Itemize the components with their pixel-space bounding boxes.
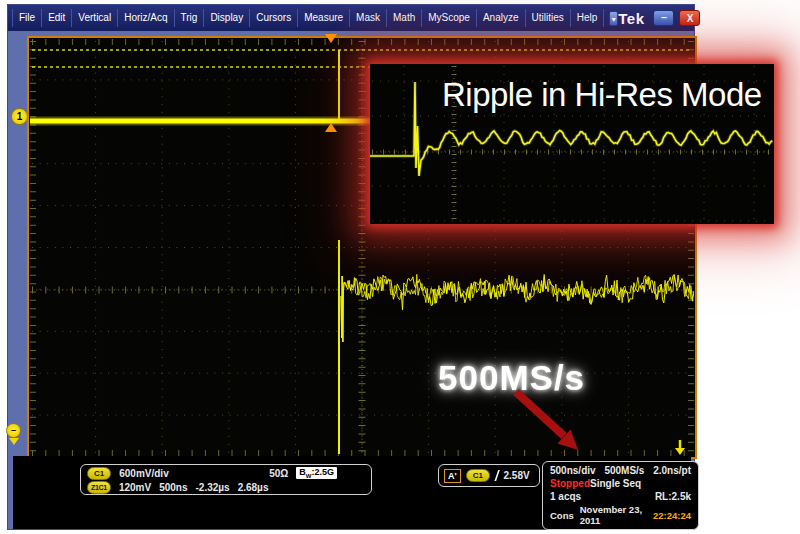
offscreen-arrow-icon	[9, 438, 19, 445]
ripple-inset-callout: Ripple in Hi-Res Mode	[370, 64, 774, 224]
zoom-scale: 120mV	[119, 482, 151, 493]
trigger-level: 2.58V	[504, 470, 530, 481]
zoom-window-end: 2.68µs	[238, 482, 269, 493]
menu-item-help[interactable]: Help	[571, 9, 605, 27]
trigger-position-icon[interactable]	[325, 34, 337, 43]
trigger-channel-badge: C1	[466, 469, 490, 482]
menu-item-file[interactable]: File	[12, 9, 42, 27]
menu-item-math[interactable]: Math	[387, 9, 422, 27]
sample-rate-readout: 500MS/s	[604, 465, 644, 476]
zoom-trace-badge: Z1C1	[87, 481, 111, 494]
date-readout: November 23, 2011	[580, 504, 647, 526]
channel-readout-box[interactable]: C1 600mV/div 50Ω BW:2.5G Z1C1 120mV 500n…	[80, 464, 372, 495]
trigger-source-badge: A'	[444, 469, 461, 483]
console-label: Cons	[550, 510, 574, 521]
acquisition-mode: Single Seq	[590, 478, 641, 489]
record-length: RL:2.5k	[655, 491, 691, 502]
chevron-down-icon: ▼	[610, 16, 617, 23]
inset-title: Ripple in Hi-Res Mode	[442, 76, 762, 114]
channel1-impedance: 50Ω	[269, 468, 288, 479]
zoom-window-start: -2.32µs	[196, 482, 230, 493]
bandwidth-limit-readout: BW:2.5G	[296, 467, 337, 479]
menu-item-utilities[interactable]: Utilities	[526, 9, 571, 27]
zoom-position-icon[interactable]	[325, 123, 337, 132]
acquisition-count: 1 acqs	[550, 491, 581, 502]
acquisition-readout-box[interactable]: 500ns/div 500MS/s 2.0ns/pt Stopped Singl…	[542, 461, 699, 530]
close-button[interactable]: X	[679, 10, 700, 26]
menu-item-trig[interactable]: Trig	[175, 9, 205, 27]
menu-item-analyze[interactable]: Analyze	[477, 9, 526, 27]
acquisition-state: Stopped	[550, 478, 590, 489]
readout-bar: C1 600mV/div 50Ω BW:2.5G Z1C1 120mV 500n…	[13, 456, 691, 529]
menu-dropdown-button[interactable]: ▼	[609, 11, 618, 26]
menu-item-myscope[interactable]: MyScope	[422, 9, 477, 27]
time-readout: 22:24:24	[653, 510, 691, 521]
rising-edge-icon: /	[495, 467, 499, 484]
menu-item-measure[interactable]: Measure	[298, 9, 350, 27]
menu-item-display[interactable]: Display	[204, 9, 250, 27]
channel1-badge: C1	[87, 467, 111, 480]
trigger-readout-box[interactable]: A' C1 / 2.58V	[438, 464, 540, 487]
offscreen-trace-marker[interactable]: –	[6, 423, 21, 438]
menu-item-horiz-acq[interactable]: Horiz/Acq	[118, 9, 174, 27]
channel1-scale: 600mV/div	[119, 468, 168, 479]
menu-item-cursors[interactable]: Cursors	[250, 9, 298, 27]
channel1-position-marker[interactable]: 1	[11, 108, 28, 125]
menu-item-edit[interactable]: Edit	[42, 9, 72, 27]
menu-item-mask[interactable]: Mask	[350, 9, 387, 27]
minimize-button[interactable]: –	[653, 10, 674, 26]
window-controls: Tek – X	[618, 10, 703, 27]
zoom-timebase: 500ns	[159, 482, 187, 493]
menu-item-vertical[interactable]: Vertical	[72, 9, 118, 27]
red-arrow-icon	[498, 388, 598, 460]
resolution-readout: 2.0ns/pt	[653, 465, 691, 476]
timebase-readout: 500ns/div	[550, 465, 596, 476]
page: File Edit Vertical Horiz/Acq Trig Displa…	[0, 0, 800, 534]
menu-bar: File Edit Vertical Horiz/Acq Trig Displa…	[8, 5, 694, 31]
tek-logo: Tek	[618, 10, 648, 27]
